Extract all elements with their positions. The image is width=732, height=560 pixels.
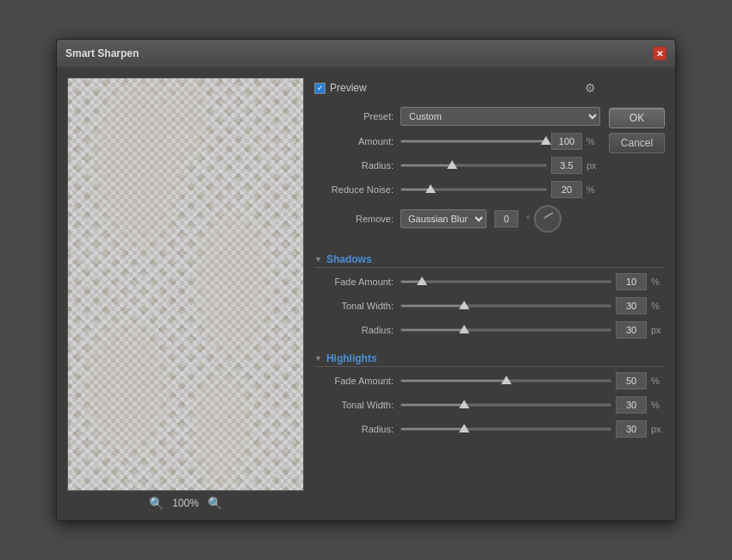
highlights-radius-label: Radius: — [314, 424, 400, 434]
amount-input[interactable] — [551, 133, 582, 150]
reduce-noise-slider-thumb — [425, 184, 436, 193]
highlights-tonal-row: Tonal Width: % — [314, 396, 665, 414]
highlights-radius-input[interactable] — [616, 420, 647, 438]
highlights-radius-row: Radius: px — [314, 420, 665, 438]
amount-label: Amount: — [314, 136, 400, 146]
preview-image[interactable] — [67, 78, 304, 491]
shadows-fade-amount-row: Fade Amount: % — [314, 273, 665, 290]
preview-checkbox[interactable] — [314, 83, 326, 94]
radius-slider-fill — [401, 165, 452, 166]
shadows-tonal-row: Tonal Width: % — [314, 297, 665, 314]
highlights-fade-track[interactable] — [400, 379, 611, 383]
shadows-radius-row: Radius: px — [314, 321, 665, 339]
radius-slider-thumb — [447, 160, 457, 169]
reduce-noise-row: Reduce Noise: % — [314, 181, 600, 198]
shadows-radius-unit: px — [651, 325, 665, 335]
dialog-title: Smart Sharpen — [65, 47, 139, 59]
highlights-section-header: ▼ Highlights — [314, 352, 665, 367]
preview-checkbox-row: Preview ⚙ — [314, 78, 600, 98]
preset-select[interactable]: Custom — [400, 107, 600, 126]
cancel-button[interactable]: Cancel — [609, 133, 665, 153]
zoom-in-icon[interactable]: 🔍 — [208, 496, 222, 510]
highlights-collapse-arrow[interactable]: ▼ — [314, 354, 322, 363]
reduce-noise-slider-container: % — [400, 181, 600, 198]
preview-label: Preview — [330, 82, 367, 94]
highlights-radius-track[interactable] — [400, 427, 611, 431]
radius-label: Radius: — [314, 160, 400, 171]
amount-slider-fill — [401, 140, 546, 142]
shadows-fade-input[interactable] — [616, 273, 647, 290]
shadows-radius-input[interactable] — [616, 321, 647, 339]
shadows-fade-label: Fade Amount: — [314, 277, 400, 287]
shadows-section-header: ▼ Shadows — [314, 253, 665, 268]
highlights-tonal-unit: % — [651, 400, 665, 410]
radius-unit: px — [586, 160, 600, 171]
radius-slider-container: px — [400, 157, 600, 174]
zoom-level: 100% — [172, 497, 199, 509]
highlights-radius-unit: px — [651, 424, 665, 434]
highlights-fade-unit: % — [651, 376, 665, 386]
dialog-body: 🔍 100% 🔍 Preview ⚙ — [57, 67, 675, 520]
amount-unit: % — [586, 136, 600, 146]
preview-controls: 🔍 100% 🔍 — [149, 496, 222, 510]
remove-controls: Gaussian Blur ° — [400, 205, 561, 233]
remove-row: Remove: Gaussian Blur ° — [314, 205, 600, 233]
highlights-radius-slider-container: px — [400, 420, 665, 438]
angle-circle[interactable] — [534, 205, 561, 233]
highlights-tonal-track[interactable] — [400, 403, 611, 407]
action-buttons: OK Cancel — [609, 78, 665, 153]
ok-button[interactable]: OK — [609, 108, 665, 128]
shadows-radius-track[interactable] — [400, 328, 611, 332]
shadows-fade-slider-container: % — [400, 273, 665, 290]
preset-label: Preset: — [314, 111, 400, 121]
checkerboard-bg — [68, 78, 303, 490]
shadows-title: Shadows — [326, 253, 372, 265]
header-row: Preview ⚙ Preset: Custom Amount: — [314, 78, 665, 240]
amount-row: Amount: % — [314, 133, 600, 150]
highlights-fade-input[interactable] — [616, 372, 647, 389]
radius-input[interactable] — [551, 157, 582, 174]
preview-panel: 🔍 100% 🔍 — [67, 78, 304, 510]
reduce-noise-slider-track[interactable] — [400, 188, 547, 191]
remove-select[interactable]: Gaussian Blur — [400, 209, 487, 228]
shadows-tonal-input[interactable] — [616, 297, 647, 314]
shadows-tonal-label: Tonal Width: — [314, 301, 400, 311]
title-bar: Smart Sharpen ✕ — [57, 40, 675, 67]
header-left: Preview ⚙ Preset: Custom Amount: — [314, 78, 600, 240]
degree-symbol: ° — [526, 214, 530, 224]
angle-input[interactable] — [494, 210, 518, 227]
shadows-fade-track[interactable] — [400, 280, 611, 283]
right-panel: Preview ⚙ Preset: Custom Amount: — [314, 78, 665, 510]
preset-row: Preset: Custom — [314, 107, 600, 126]
radius-slider-track[interactable] — [400, 164, 547, 167]
shadows-collapse-arrow[interactable]: ▼ — [314, 255, 322, 264]
amount-slider-track[interactable] — [400, 140, 547, 143]
shadows-radius-label: Radius: — [314, 325, 400, 335]
shadows-fade-unit: % — [651, 277, 665, 287]
reduce-noise-unit: % — [586, 184, 600, 195]
highlights-tonal-input[interactable] — [616, 396, 647, 414]
shadows-tonal-unit: % — [651, 301, 665, 311]
highlights-title: Highlights — [326, 352, 377, 364]
angle-line — [544, 212, 554, 219]
highlights-tonal-slider-container: % — [400, 396, 665, 414]
shadows-tonal-slider-container: % — [400, 297, 665, 314]
zoom-out-icon[interactable]: 🔍 — [149, 496, 164, 510]
shadows-tonal-track[interactable] — [400, 304, 611, 308]
amount-slider-thumb — [541, 136, 551, 145]
remove-label: Remove: — [314, 214, 400, 224]
close-button[interactable]: ✕ — [653, 47, 667, 60]
reduce-noise-label: Reduce Noise: — [314, 184, 400, 195]
gear-button[interactable]: ⚙ — [580, 78, 600, 98]
highlights-fade-label: Fade Amount: — [314, 376, 400, 386]
highlights-fade-slider-container: % — [400, 372, 665, 389]
radius-row: Radius: px — [314, 157, 600, 174]
smart-sharpen-dialog: Smart Sharpen ✕ 🔍 100% 🔍 Prev — [56, 39, 676, 521]
amount-slider-container: % — [400, 133, 600, 150]
shadows-radius-slider-container: px — [400, 321, 665, 339]
reduce-noise-input[interactable] — [551, 181, 582, 198]
highlights-fade-row: Fade Amount: % — [314, 372, 665, 389]
highlights-tonal-label: Tonal Width: — [314, 400, 400, 410]
